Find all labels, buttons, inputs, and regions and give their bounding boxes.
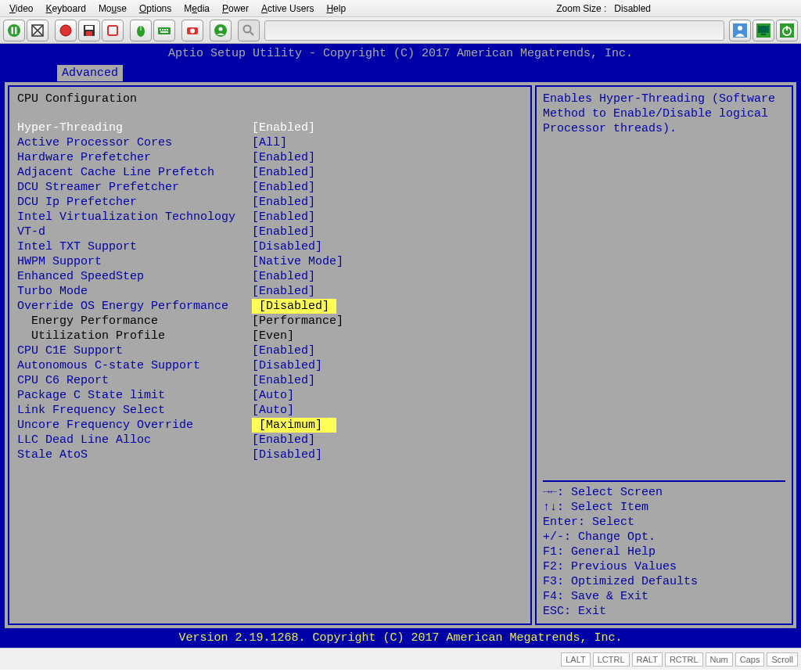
- config-label: Enhanced SpeedStep: [17, 269, 252, 284]
- svg-point-20: [219, 27, 223, 31]
- key-hint: F4: Save & Exit: [543, 589, 785, 604]
- tab-advanced[interactable]: Advanced: [56, 64, 124, 82]
- key-hint: F1: General Help: [543, 544, 785, 559]
- config-value: [Performance]: [252, 314, 343, 329]
- menu-mouse[interactable]: Mouse: [92, 2, 133, 16]
- config-row[interactable]: Package C State limit[Auto]: [17, 388, 523, 403]
- bios-config-panel: CPU Configuration Hyper-Threading[Enable…: [8, 85, 532, 625]
- config-value: [Native Mode]: [252, 254, 343, 269]
- config-label: VT-d: [17, 225, 252, 239]
- menu-media[interactable]: Media: [178, 2, 216, 16]
- config-row[interactable]: Turbo Mode[Enabled]: [17, 284, 523, 299]
- config-row[interactable]: Autonomous C-state Support[Disabled]: [17, 358, 523, 373]
- config-value: [Enabled]: [252, 120, 315, 135]
- config-value: [Disabled]: [252, 358, 322, 373]
- svg-line-22: [250, 32, 253, 35]
- users-button[interactable]: [210, 20, 232, 41]
- config-value: [Enabled]: [252, 373, 315, 388]
- config-row[interactable]: Hyper-Threading[Enabled]: [17, 120, 523, 135]
- key-hint: →←: Select Screen: [543, 485, 785, 500]
- status-indicator: Num: [706, 652, 733, 667]
- config-value: [Enabled]: [252, 433, 315, 447]
- menu-help[interactable]: Help: [320, 2, 352, 16]
- fullscreen-icon: [31, 23, 45, 38]
- stop-button[interactable]: [102, 20, 124, 41]
- config-label: Package C State limit: [17, 388, 252, 403]
- monitor-button[interactable]: [753, 20, 774, 41]
- config-row[interactable]: Active Processor Cores[All]: [17, 135, 523, 150]
- config-row[interactable]: VT-d[Enabled]: [17, 225, 523, 239]
- config-value: [Maximum]: [252, 418, 336, 433]
- status-indicator: Scroll: [767, 652, 798, 667]
- save-button[interactable]: [78, 20, 100, 41]
- stop-icon: [106, 23, 120, 38]
- menu-active-users[interactable]: Active Users: [255, 2, 320, 16]
- config-row[interactable]: Hardware Prefetcher[Enabled]: [17, 150, 523, 165]
- user-button[interactable]: [729, 20, 751, 41]
- menu-keyboard[interactable]: Keyboard: [39, 2, 92, 16]
- config-row[interactable]: Intel TXT Support[Disabled]: [17, 239, 523, 254]
- key-hint: F3: Optimized Defaults: [543, 574, 785, 589]
- power-button[interactable]: [776, 20, 798, 41]
- config-row[interactable]: DCU Streamer Prefetcher[Enabled]: [17, 180, 523, 195]
- menu-options[interactable]: Options: [133, 2, 178, 16]
- config-label: DCU Ip Prefetcher: [17, 195, 252, 210]
- config-label: CPU C1E Support: [17, 343, 252, 358]
- config-value: [Disabled]: [252, 239, 322, 254]
- config-row: Energy Performance[Performance]: [17, 314, 523, 329]
- menu-video[interactable]: Video: [3, 2, 39, 16]
- config-row[interactable]: CPU C6 Report[Enabled]: [17, 373, 523, 388]
- config-row[interactable]: Link Frequency Select[Auto]: [17, 403, 523, 418]
- svg-rect-11: [158, 27, 171, 34]
- bios-screen: Aptio Setup Utility - Copyright (C) 2017…: [0, 44, 801, 648]
- svg-point-24: [738, 26, 742, 31]
- config-label: Override OS Energy Performance: [17, 299, 252, 314]
- config-row[interactable]: Uncore Frequency Override [Maximum]: [17, 418, 523, 433]
- config-label: DCU Streamer Prefetcher: [17, 180, 252, 195]
- toolbar: [0, 17, 801, 44]
- svg-point-21: [244, 25, 251, 32]
- config-row[interactable]: CPU C1E Support[Enabled]: [17, 343, 523, 358]
- config-value: [Enabled]: [252, 165, 315, 180]
- key-hint: ↑↓: Select Item: [543, 500, 785, 515]
- pause-button[interactable]: [3, 20, 25, 41]
- config-row: Utilization Profile[Even]: [17, 329, 523, 343]
- config-value: [Enabled]: [252, 225, 315, 239]
- config-label: Active Processor Cores: [17, 135, 252, 150]
- section-title: CPU Configuration: [17, 92, 523, 106]
- config-value: [Enabled]: [252, 210, 315, 225]
- keyboard-button[interactable]: [153, 20, 175, 41]
- svg-rect-12: [160, 29, 161, 31]
- user-icon: [733, 23, 747, 38]
- svg-rect-27: [761, 34, 766, 35]
- record-button[interactable]: [55, 20, 77, 41]
- config-row[interactable]: Adjacent Cache Line Prefetch[Enabled]: [17, 165, 523, 180]
- config-row[interactable]: HWPM Support[Native Mode]: [17, 254, 523, 269]
- config-label: Intel Virtualization Technology: [17, 210, 252, 225]
- status-bar: LALTLCTRLRALTRCTRLNumCapsScroll: [0, 648, 801, 670]
- address-input[interactable]: [264, 20, 724, 41]
- config-label: Utilization Profile: [17, 329, 252, 343]
- config-value: [Enabled]: [252, 180, 315, 195]
- svg-rect-8: [108, 26, 117, 35]
- config-row[interactable]: Enhanced SpeedStep[Enabled]: [17, 269, 523, 284]
- config-row[interactable]: Intel Virtualization Technology[Enabled]: [17, 210, 523, 225]
- fullscreen-button[interactable]: [27, 20, 48, 41]
- config-row[interactable]: Stale AtoS[Disabled]: [17, 447, 523, 462]
- status-indicator: Caps: [735, 652, 765, 667]
- menu-power[interactable]: Power: [216, 2, 255, 16]
- config-label: Energy Performance: [17, 314, 252, 329]
- camera-button[interactable]: [181, 20, 203, 41]
- config-value: [Enabled]: [252, 150, 315, 165]
- config-row[interactable]: LLC Dead Line Alloc[Enabled]: [17, 433, 523, 447]
- mouse-button[interactable]: [130, 20, 152, 41]
- svg-rect-2: [15, 27, 17, 34]
- pause-icon: [7, 23, 21, 38]
- search-button[interactable]: [238, 20, 260, 41]
- keyboard-icon: [157, 23, 171, 38]
- svg-rect-13: [162, 29, 163, 31]
- svg-rect-26: [758, 26, 769, 33]
- svg-rect-15: [167, 29, 168, 31]
- config-row[interactable]: Override OS Energy Performance [Disabled…: [17, 299, 523, 314]
- config-row[interactable]: DCU Ip Prefetcher[Enabled]: [17, 195, 523, 210]
